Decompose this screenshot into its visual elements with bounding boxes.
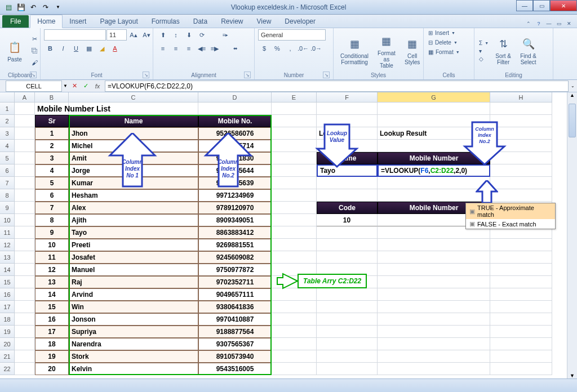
cell[interactable]: Stork [69,350,198,363]
delete-cells-button[interactable]: ⊟Delete▼ [427,39,459,46]
cell[interactable] [378,363,490,375]
cell[interactable] [272,301,317,313]
cell[interactable] [490,338,552,350]
cell[interactable] [15,164,35,177]
cell[interactable]: Supriya [69,326,198,338]
cell[interactable]: 8 [35,214,69,226]
cell[interactable] [317,177,378,189]
grid-body[interactable]: 1Mobile Number List2SrNameMobile No.31Jh… [0,103,567,375]
cell[interactable]: 10 [35,239,69,251]
cell[interactable] [378,301,490,313]
tab-review[interactable]: Review [214,15,250,28]
cell[interactable] [15,115,35,127]
cell[interactable] [15,189,35,202]
cell[interactable]: Josafet [69,251,198,264]
cell[interactable]: 9049657111 [198,288,272,301]
cell[interactable]: Loo [317,127,378,140]
cell[interactable]: Manuel [69,264,198,276]
cell[interactable]: 17 [35,326,69,338]
cell[interactable] [378,239,490,251]
align-right-icon[interactable]: ≡ [183,43,195,54]
cell[interactable]: Ajith [69,214,198,226]
cell[interactable]: Tayo [317,164,378,177]
cell[interactable] [317,251,378,264]
cell[interactable]: 9269881551 [198,239,272,251]
cell[interactable]: 9307565367 [198,338,272,350]
cell[interactable] [15,214,35,226]
cell[interactable] [317,338,378,350]
cell[interactable]: 7 [35,202,69,214]
cell[interactable] [272,363,317,375]
cell[interactable] [378,326,490,338]
enter-formula-icon[interactable]: ✓ [81,81,91,91]
fill-color-icon[interactable]: ◢ [96,43,108,54]
cell[interactable]: Kumar [69,177,198,189]
cell[interactable] [378,288,490,301]
cell[interactable]: 9380641836 [198,301,272,313]
vertical-scrollbar[interactable]: ▲ ▼ [567,92,577,378]
tab-insert[interactable]: Insert [63,15,93,28]
name-box[interactable]: CELL [6,81,62,92]
row-header[interactable]: 3 [0,127,15,140]
copy-icon[interactable]: ⿻ [28,45,41,56]
cell[interactable] [317,140,378,152]
cell[interactable]: 1 [35,127,69,140]
cell[interactable]: 8909349051 [198,214,272,226]
cut-icon[interactable]: ✂ [28,33,41,44]
undo-icon[interactable]: ↶ [28,2,38,12]
cell[interactable] [490,350,552,363]
cell[interactable] [15,152,35,164]
cell[interactable] [317,301,378,313]
cell[interactable] [272,338,317,350]
sort-filter-button[interactable]: ⇅Sort & Filter [492,35,514,66]
cell[interactable] [490,251,552,264]
wrap-text-button[interactable]: ≡▸ [208,29,242,41]
cell[interactable] [378,140,490,152]
cell[interactable]: Michel [69,140,198,152]
cell[interactable]: 9188877564 [198,326,272,338]
cell[interactable] [272,152,317,164]
cell[interactable] [378,276,490,288]
row-header[interactable]: 13 [0,251,15,264]
cell[interactable] [198,103,272,115]
cell[interactable] [378,177,490,189]
cell[interactable] [15,202,35,214]
cell[interactable] [15,140,35,152]
cell[interactable] [490,164,552,177]
cell[interactable]: 15 [35,301,69,313]
cell[interactable] [272,264,317,276]
maximize-button[interactable]: ▭ [533,0,550,11]
cell[interactable] [272,239,317,251]
col-header[interactable]: G [378,92,490,103]
cell[interactable]: 9970410887 [198,313,272,326]
cell[interactable]: Raj [69,276,198,288]
cell[interactable] [272,140,317,152]
cell[interactable] [15,127,35,140]
cell[interactable] [15,350,35,363]
cell[interactable]: 6 [35,189,69,202]
cell[interactable]: 20 [35,363,69,375]
tooltip-false-option[interactable]: ▣FALSE - Exact match [466,219,555,229]
col-header[interactable]: C [69,92,198,103]
cell[interactable]: Kelvin [69,363,198,375]
cell[interactable]: 9750977872 [198,264,272,276]
font-name-combo[interactable] [44,29,106,41]
row-header[interactable]: 4 [0,140,15,152]
row-header[interactable]: 18 [0,313,15,326]
minimize-button[interactable]: — [516,0,533,11]
cell[interactable]: 12 [35,264,69,276]
save-icon[interactable]: 💾 [16,2,26,12]
cell[interactable]: Win [69,301,198,313]
cell[interactable] [317,115,378,127]
cell[interactable] [378,264,490,276]
cell[interactable] [317,239,378,251]
cell[interactable] [272,164,317,177]
cell[interactable] [490,326,552,338]
launcher-icon[interactable]: ↘ [143,72,149,78]
row-header[interactable]: 6 [0,164,15,177]
mdi-min-icon[interactable]: — [544,20,553,28]
cell[interactable] [378,103,490,115]
cell[interactable]: Jonson [69,313,198,326]
cell[interactable] [378,338,490,350]
cell[interactable] [378,251,490,264]
